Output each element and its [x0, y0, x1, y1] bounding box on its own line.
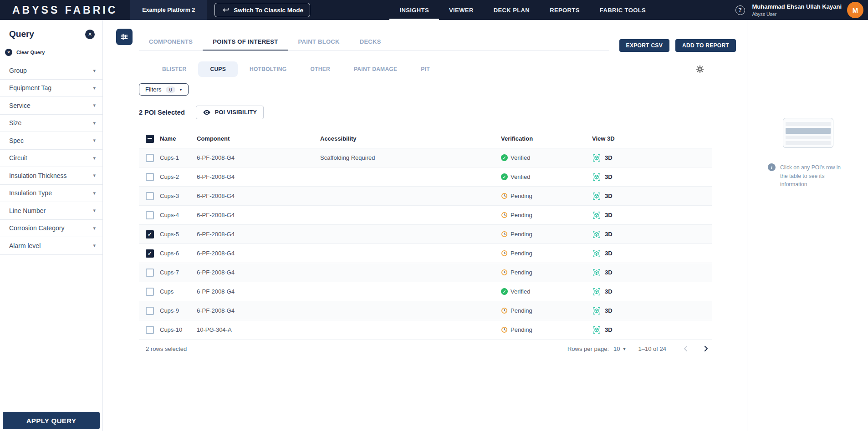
switch-classic-mode-button[interactable]: Switch To Classic Mode [214, 3, 310, 17]
sidebar-item-line-number[interactable]: Line Number ▾ [0, 202, 102, 220]
view-3d-button[interactable]: 3D [592, 153, 712, 162]
table-row[interactable]: ✓ Cups-4 6-PF-2008-G4 Pending 3D [139, 206, 712, 225]
table-row[interactable]: ✓ Cups 6-PF-2008-G4 Verified 3D [139, 282, 712, 301]
table-row[interactable]: ✓ Cups-3 6-PF-2008-G4 Pending 3D [139, 187, 712, 206]
view-3d-button[interactable]: 3D [592, 325, 712, 335]
row-checkbox[interactable]: ✓ [146, 269, 154, 277]
view-3d-button[interactable]: 3D [592, 287, 712, 296]
next-page-button[interactable] [702, 345, 710, 353]
col-header-accessibility: Accessibility [320, 135, 501, 142]
user-menu[interactable]: Muhammad Ehsan Ullah Kayani Abyss User [752, 3, 842, 17]
table-row[interactable]: ✓ Cups-1 6-PF-2008-G4 Scaffolding Requir… [139, 148, 712, 167]
row-checkbox[interactable]: ✓ [146, 154, 154, 162]
verified-icon [501, 154, 508, 161]
sidebar-item-spec[interactable]: Spec ▾ [0, 132, 102, 150]
subtab-paint-damage[interactable]: PAINT DAMAGE [342, 61, 409, 77]
sidebar-item-insulation-type[interactable]: Insulation Type ▾ [0, 185, 102, 203]
poi-verification: Pending [501, 269, 592, 276]
tab-paint-block[interactable]: PAINT BLOCK [288, 34, 350, 51]
subtab-label: HOTBOLTING [250, 66, 286, 72]
help-icon[interactable]: ? [735, 5, 745, 15]
view-3d-button[interactable]: 3D [592, 306, 712, 315]
table-row[interactable]: ✓ Cups-5 6-PF-2008-G4 Pending 3D [139, 225, 712, 244]
export-csv-button[interactable]: EXPORT CSV [619, 39, 669, 52]
sidebar-item-size[interactable]: Size ▾ [0, 115, 102, 132]
cube-3d-icon [592, 249, 601, 258]
table-row[interactable]: ✓ Cups-7 6-PF-2008-G4 Pending 3D [139, 263, 712, 282]
app-logo: ABYSS FABRIC [12, 4, 117, 16]
nav-item-viewer[interactable]: VIEWER [439, 0, 484, 20]
row-checkbox[interactable]: ✓ [146, 249, 154, 258]
tab-points-of-interest[interactable]: POINTS OF INTEREST [203, 34, 288, 51]
view-3d-button[interactable]: 3D [592, 268, 712, 277]
table-row[interactable]: ✓ Cups-2 6-PF-2008-G4 Verified 3D [139, 167, 712, 187]
table-row[interactable]: ✓ Cups-6 6-PF-2008-G4 Pending 3D [139, 244, 712, 263]
platform-selector[interactable]: Example Platform 2 [130, 0, 207, 20]
row-checkbox[interactable]: ✓ [146, 211, 154, 219]
row-checkbox[interactable]: ✓ [146, 288, 154, 296]
sidebar-item-insulation-thickness[interactable]: Insulation Thickness ▾ [0, 167, 102, 185]
row-checkbox[interactable]: ✓ [146, 230, 154, 238]
previous-page-button[interactable] [682, 345, 690, 353]
close-query-icon[interactable]: ✕ [85, 30, 95, 39]
row-checkbox[interactable]: ✓ [146, 307, 154, 315]
filter-accordion-label: Spec [9, 137, 24, 144]
pending-clock-icon [501, 250, 508, 257]
view-3d-label: 3D [605, 269, 613, 276]
poi-component: 6-PF-2008-G4 [197, 173, 320, 180]
subtab-label: BLISTER [162, 66, 186, 72]
avatar[interactable]: M [847, 2, 863, 18]
tab-decks[interactable]: DECKS [350, 34, 391, 51]
nav-item-fabric-tools[interactable]: FABRIC TOOLS [590, 0, 656, 20]
chevron-down-icon: ▾ [93, 172, 96, 178]
sidebar-item-group[interactable]: Group ▾ [0, 62, 102, 80]
apply-query-button[interactable]: APPLY QUERY [3, 412, 100, 429]
rows-per-page-select[interactable]: 10 ▾ [613, 345, 626, 352]
subtab-label: OTHER [310, 66, 330, 72]
poi-component: 6-PF-2008-G4 [197, 288, 320, 295]
view-3d-label: 3D [605, 231, 613, 238]
table-footer: 2 rows selected Rows per page: 10 ▾ 1–10… [139, 340, 712, 358]
nav-item-deck-plan[interactable]: DECK PLAN [484, 0, 540, 20]
tab-components[interactable]: COMPONENTS [139, 34, 203, 51]
subtab-hotbolting[interactable]: HOTBOLTING [238, 61, 298, 77]
view-3d-button[interactable]: 3D [592, 249, 712, 258]
select-all-checkbox[interactable] [146, 135, 154, 143]
poi-visibility-button[interactable]: POI VISIBILITY [196, 106, 264, 119]
row-checkbox[interactable]: ✓ [146, 192, 154, 200]
poi-verification: Verified [501, 288, 592, 295]
poi-type-subtabs: BLISTERCUPSHOTBOLTINGOTHERPAINT DAMAGEPI… [150, 61, 704, 77]
table-settings-button[interactable] [696, 65, 704, 73]
clear-query-button[interactable]: ✕ Clear Query [5, 49, 102, 56]
sidebar-item-service[interactable]: Service ▾ [0, 97, 102, 115]
nav-item-label: INSIGHTS [399, 7, 429, 14]
row-checkbox[interactable]: ✓ [146, 326, 154, 334]
table-row[interactable]: ✓ Cups-10 10-PG-304-A Pending 3D [139, 320, 712, 340]
nav-item-insights[interactable]: INSIGHTS [389, 0, 439, 20]
row-checkbox[interactable]: ✓ [146, 173, 154, 181]
poi-verification: Pending [501, 307, 592, 314]
col-header-view-3d: View 3D [592, 135, 712, 142]
subtab-cups[interactable]: CUPS [198, 61, 238, 77]
subtab-pit[interactable]: PIT [409, 61, 442, 77]
view-3d-button[interactable]: 3D [592, 172, 712, 182]
subtab-blister[interactable]: BLISTER [150, 61, 198, 77]
subtab-other[interactable]: OTHER [298, 61, 342, 77]
query-toggle-button[interactable] [116, 29, 133, 45]
view-3d-button[interactable]: 3D [592, 211, 712, 220]
view-3d-button[interactable]: 3D [592, 230, 712, 239]
table-row[interactable]: ✓ Cups-9 6-PF-2008-G4 Pending 3D [139, 301, 712, 320]
table-body: ✓ Cups-1 6-PF-2008-G4 Scaffolding Requir… [139, 148, 712, 340]
add-to-report-button[interactable]: ADD TO REPORT [675, 39, 736, 52]
sidebar-item-equipment-tag[interactable]: Equipment Tag ▾ [0, 80, 102, 97]
sidebar-item-alarm-level[interactable]: Alarm level ▾ [0, 237, 102, 255]
verification-label: Pending [511, 231, 532, 238]
sidebar-item-corrosion-category[interactable]: Corrosion Category ▾ [0, 220, 102, 238]
sidebar-item-circuit[interactable]: Circuit ▾ [0, 150, 102, 167]
nav-item-reports[interactable]: REPORTS [540, 0, 590, 20]
topbar: ABYSS FABRIC Example Platform 2 Switch T… [0, 0, 868, 20]
cube-3d-icon [592, 306, 601, 315]
filters-dropdown[interactable]: Filters 0 ▾ [139, 83, 189, 96]
filter-accordion-label: Service [9, 102, 31, 109]
view-3d-button[interactable]: 3D [592, 192, 712, 201]
